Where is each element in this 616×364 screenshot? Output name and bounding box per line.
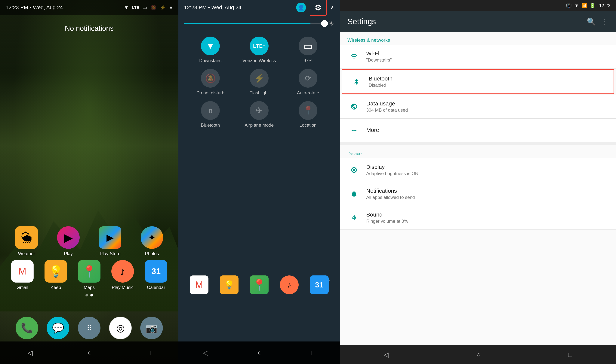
data-usage-setting-title: Data usage bbox=[366, 100, 608, 107]
qs-back-button[interactable]: ◁ bbox=[192, 345, 219, 360]
bluetooth-setting-icon bbox=[350, 75, 363, 88]
more-button[interactable]: ⋮ bbox=[601, 17, 608, 26]
qs-tile-location[interactable]: 📍 Location bbox=[287, 101, 329, 128]
recents-button[interactable]: □ bbox=[136, 345, 162, 360]
settings-signal-icon: 📶 bbox=[581, 3, 587, 8]
qs-app-keep[interactable]: 💡 bbox=[214, 275, 244, 297]
battery-tile-icon: ▭ bbox=[299, 37, 317, 55]
app-photos[interactable]: ✦ Photos bbox=[135, 226, 169, 256]
lte-tile-icon: LTE↑ bbox=[250, 37, 269, 55]
more-setting-title: More bbox=[366, 127, 608, 133]
qs-status-bar: 12:23 PM • Wed, Aug 24 👤 ⚙ ∧ bbox=[178, 0, 340, 15]
sound-setting-icon bbox=[347, 211, 361, 224]
wifi-setting-text: Wi-Fi "Downstairs" bbox=[366, 50, 608, 63]
brightness-track[interactable] bbox=[184, 23, 325, 24]
home-screen: 12:23 PM • Wed, Aug 24 ▼ LTE ▭ 🔕 ⚡ ∨ No … bbox=[0, 0, 178, 364]
back-button[interactable]: ◁ bbox=[16, 345, 44, 360]
collapse-icon[interactable]: ∧ bbox=[330, 4, 334, 11]
app-keep[interactable]: 💡 Keep bbox=[39, 260, 72, 290]
home-status-icons: ▼ LTE ▭ 🔕 ⚡ ∨ bbox=[124, 5, 173, 11]
dock-hangouts[interactable]: 💬 bbox=[42, 317, 74, 341]
qs-music-icon: ♪ bbox=[280, 275, 299, 294]
app-gmail[interactable]: M Gmail bbox=[6, 260, 39, 290]
settings-time: 12:23 bbox=[599, 3, 610, 8]
settings-item-more[interactable]: More bbox=[340, 118, 616, 143]
qs-recents-button[interactable]: □ bbox=[300, 345, 327, 360]
display-setting-icon bbox=[347, 163, 361, 177]
qs-tile-flashlight[interactable]: ⚡ Flashlight bbox=[238, 69, 280, 95]
calendar-label: Calendar bbox=[147, 285, 165, 290]
dnd-tile-icon: 🔕 bbox=[201, 69, 220, 88]
dock-launcher[interactable]: ⠿ bbox=[74, 317, 105, 341]
qs-tile-row-1: ▼ Downstairs LTE↑ Verizon Wireless ▭ 97% bbox=[186, 37, 332, 63]
qs-home-button[interactable]: ○ bbox=[246, 345, 273, 360]
dock-chrome[interactable]: ◎ bbox=[105, 317, 136, 341]
qs-app-calendar[interactable]: 31 bbox=[304, 275, 334, 297]
app-calendar[interactable]: 31 Calendar bbox=[139, 260, 173, 290]
notifications-setting-text: Notifications All apps allowed to send bbox=[366, 188, 608, 200]
settings-home-button[interactable]: ○ bbox=[465, 347, 492, 362]
settings-vibrate-icon: 📳 bbox=[566, 3, 572, 8]
gmail-label: Gmail bbox=[16, 285, 28, 290]
bluetooth-tile-label: Bluetooth bbox=[201, 123, 220, 128]
qs-tile-airplane[interactable]: ✈ Airplane mode bbox=[238, 101, 280, 128]
photos-label: Photos bbox=[145, 251, 159, 256]
app-maps[interactable]: 📍 Maps bbox=[72, 260, 106, 290]
data-usage-setting-subtitle: 304 MB of data used bbox=[366, 107, 608, 113]
qs-app-row: M 💡 📍 ♪ 31 bbox=[178, 275, 340, 297]
settings-item-bluetooth[interactable]: Bluetooth Disabled bbox=[342, 69, 614, 94]
qs-tile-autorotate[interactable]: ⟳ Auto-rotate bbox=[287, 69, 329, 95]
settings-back-button[interactable]: ◁ bbox=[372, 347, 400, 362]
settings-gear-button[interactable]: ⚙ bbox=[310, 0, 327, 16]
qs-gmail-icon: M bbox=[190, 275, 208, 294]
qs-tile-dnd[interactable]: 🔕 Do not disturb bbox=[190, 69, 231, 95]
app-weather[interactable]: 🌦 Weather bbox=[10, 226, 43, 256]
qs-app-maps[interactable]: 📍 bbox=[244, 275, 274, 297]
qs-tile-battery[interactable]: ▭ 97% bbox=[287, 37, 329, 63]
search-button[interactable]: 🔍 bbox=[587, 17, 596, 26]
settings-title: Settings bbox=[347, 17, 587, 26]
dock: 📞 💬 ⠿ ◎ 📷 bbox=[0, 317, 178, 341]
camera-icon: 📷 bbox=[140, 317, 163, 339]
app-playmusic[interactable]: ♪ Play Music bbox=[106, 260, 139, 290]
notifications-setting-title: Notifications bbox=[366, 188, 608, 194]
qs-header-icons: 👤 ⚙ ∧ bbox=[296, 0, 334, 16]
sound-setting-subtitle: Ringer volume at 0% bbox=[366, 219, 608, 224]
settings-item-sound[interactable]: Sound Ringer volume at 0% bbox=[340, 206, 616, 230]
settings-recents-button[interactable]: □ bbox=[557, 347, 584, 362]
expand-icon[interactable]: ∨ bbox=[169, 5, 173, 11]
settings-item-wifi[interactable]: Wi-Fi "Downstairs" bbox=[340, 45, 616, 68]
maps-label: Maps bbox=[84, 285, 95, 290]
settings-item-notifications[interactable]: Notifications All apps allowed to send bbox=[340, 182, 616, 206]
autorotate-tile-icon: ⟳ bbox=[299, 69, 317, 88]
playstore-label: Play Store bbox=[100, 251, 121, 256]
settings-item-display[interactable]: Display Adaptive brightness is ON bbox=[340, 158, 616, 182]
home-button[interactable]: ○ bbox=[76, 345, 103, 360]
qs-tile-bluetooth[interactable]: ʙ Bluetooth bbox=[190, 101, 231, 128]
settings-toolbar: Settings 🔍 ⋮ bbox=[340, 11, 616, 32]
keep-icon: 💡 bbox=[44, 260, 67, 283]
airplane-tile-label: Airplane mode bbox=[245, 123, 274, 128]
dock-phone[interactable]: 📞 bbox=[11, 317, 42, 341]
bluetooth-setting-title: Bluetooth bbox=[369, 76, 606, 82]
battery-tile-label: 97% bbox=[303, 58, 313, 63]
home-status-bar: 12:23 PM • Wed, Aug 24 ▼ LTE ▭ 🔕 ⚡ ∨ bbox=[0, 0, 178, 15]
qs-tile-lte[interactable]: LTE↑ Verizon Wireless bbox=[238, 37, 280, 63]
wifi-icon: ▼ bbox=[124, 5, 129, 11]
lte-tile-label: Verizon Wireless bbox=[243, 58, 276, 63]
hangouts-icon: 💬 bbox=[47, 317, 69, 339]
user-icon[interactable]: 👤 bbox=[296, 3, 306, 12]
dock-camera[interactable]: 📷 bbox=[136, 317, 167, 341]
app-play[interactable]: ▶ Play bbox=[52, 226, 85, 256]
settings-item-data-usage[interactable]: Data usage 304 MB of data used bbox=[340, 95, 616, 118]
qs-tile-wifi[interactable]: ▼ Downstairs bbox=[190, 37, 231, 63]
qs-app-music[interactable]: ♪ bbox=[274, 275, 304, 297]
settings-battery-icon: 🔋 bbox=[590, 3, 595, 8]
qs-maps-icon: 📍 bbox=[250, 275, 269, 294]
qs-app-gmail[interactable]: M bbox=[184, 275, 214, 297]
brightness-icon: ☀ bbox=[328, 20, 334, 27]
app-playstore[interactable]: ▶ Play Store bbox=[93, 226, 127, 256]
data-usage-setting-text: Data usage 304 MB of data used bbox=[366, 100, 608, 113]
no-notifications-text: No notifications bbox=[65, 24, 114, 32]
app-grid: 🌦 Weather ▶ Play ▶ Play Store ✦ Photos M… bbox=[0, 226, 178, 297]
